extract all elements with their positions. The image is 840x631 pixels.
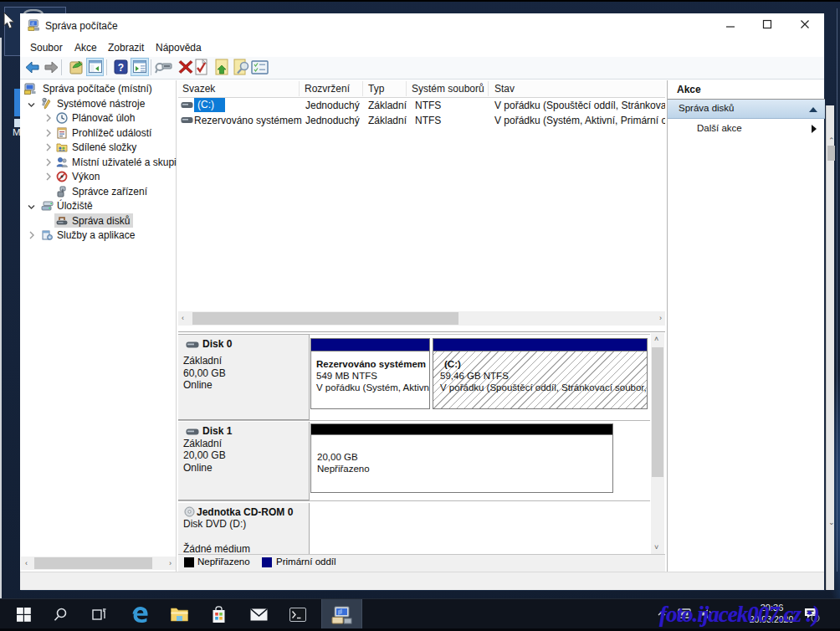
svg-text:?: ? [118,62,124,74]
